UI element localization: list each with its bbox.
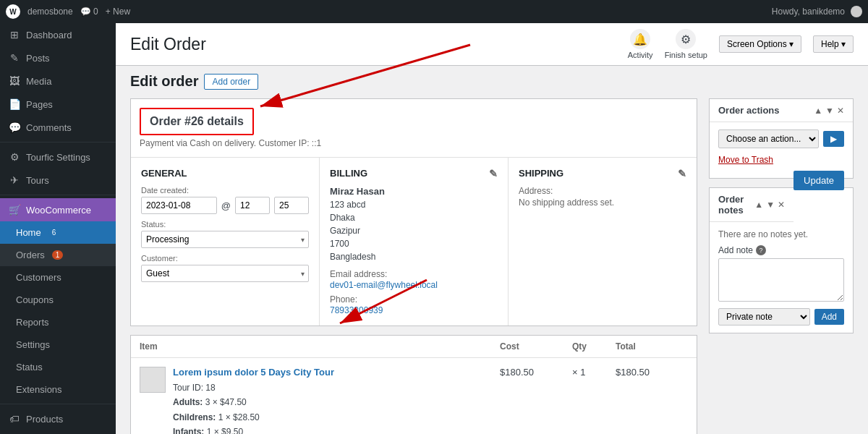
item-total: $180.50 — [616, 367, 688, 378]
sidebar-item-label: Coupons — [16, 294, 54, 305]
order-notes-box: Order notes ▲ ▼ ✕ There are no notes yet… — [709, 187, 854, 333]
add-order-button[interactable]: Add order — [204, 74, 258, 90]
tourfic-settings-icon: ⚙ — [9, 151, 20, 163]
add-note-textarea[interactable] — [718, 258, 844, 302]
sidebar-item-home[interactable]: Home 6 — [0, 221, 116, 244]
notes-close-icon[interactable]: ✕ — [778, 200, 785, 210]
sidebar-item-comments[interactable]: 💬 Comments — [0, 116, 116, 139]
general-section: General Date created: @ — [131, 158, 319, 326]
phone-label: Phone: — [330, 294, 498, 305]
item-name[interactable]: Lorem ipsum dolor 5 Days City Tour — [173, 367, 334, 378]
sidebar-item-analytics[interactable]: 📊 Analytics — [0, 430, 116, 434]
billing-email[interactable]: dev01-email@flywheel.local — [330, 280, 438, 290]
update-button[interactable]: Update — [793, 171, 844, 190]
collapse-up-icon[interactable]: ▲ — [814, 106, 822, 116]
shipping-title: Shipping ✎ — [519, 168, 686, 179]
adults-value: 3 × $47.50 — [205, 397, 247, 407]
time-hour-input[interactable] — [235, 197, 270, 214]
sidebar-item-products[interactable]: 🏷 Products — [0, 407, 116, 430]
screen-options-button[interactable]: Screen Options ▾ — [719, 35, 801, 53]
status-label: Status: — [141, 220, 309, 229]
add-note-help-icon[interactable]: ? — [756, 245, 766, 255]
orders-badge: 1 — [52, 250, 64, 260]
billing-edit-icon[interactable]: ✎ — [489, 168, 498, 179]
sidebar-item-label: Comments — [26, 122, 72, 133]
email-label: Email address: — [330, 269, 498, 279]
children-label: Childrens: — [173, 412, 216, 422]
sidebar-item-label: Settings — [16, 339, 50, 350]
order-items-header: Item Cost Qty Total — [131, 336, 697, 358]
sidebar-item-tourfic-settings[interactable]: ⚙ Tourfic Settings — [0, 145, 116, 169]
wp-logo[interactable]: W — [6, 4, 20, 19]
sidebar-item-label: Dashboard — [26, 30, 72, 41]
help-button[interactable]: Help ▾ — [813, 35, 854, 53]
order-page-title: Edit order — [130, 73, 198, 90]
shipping-address-value: No shipping address set. — [519, 197, 686, 208]
collapse-down-icon[interactable]: ▼ — [825, 106, 834, 116]
sidebar-item-orders[interactable]: Orders 1 — [0, 244, 116, 266]
sidebar-item-label: Orders — [16, 250, 45, 260]
pages-icon: 📄 — [9, 98, 20, 110]
order-notes-title: Order notes — [718, 194, 754, 216]
sidebar-item-reports[interactable]: Reports — [0, 311, 116, 333]
sidebar-item-woocommerce[interactable]: 🛒 WooCommerce — [0, 198, 116, 221]
finish-setup-button[interactable]: ⚙ Finish setup — [665, 29, 707, 59]
sidebar-item-label: Products — [26, 414, 63, 425]
date-input[interactable] — [141, 197, 217, 214]
action-go-button[interactable]: ▶ — [823, 131, 844, 147]
shipping-edit-icon[interactable]: ✎ — [678, 168, 686, 179]
at-symbol: @ — [221, 200, 231, 211]
comments-count[interactable]: 💬 0 — [80, 7, 98, 17]
billing-email-section: Email address: dev01-email@flywheel.loca… — [330, 269, 498, 290]
sidebar-item-media[interactable]: 🖼 Media — [0, 69, 116, 93]
sidebar-item-pages[interactable]: 📄 Pages — [0, 93, 116, 116]
add-note-button[interactable]: Add — [814, 309, 844, 325]
customer-field: Customer: Guest — [141, 254, 309, 282]
sidebar-item-extensions[interactable]: Extensions — [0, 378, 116, 401]
sidebar-item-label: Tours — [26, 175, 49, 186]
item-thumbnail — [140, 367, 166, 393]
item-qty: × 1 — [572, 367, 616, 378]
sidebar-item-tours[interactable]: ✈ Tours — [0, 169, 116, 192]
sidebar-item-status[interactable]: Status — [0, 356, 116, 378]
sidebar-item-posts[interactable]: ✎ Posts — [0, 46, 116, 69]
sidebar-item-label: Reports — [16, 317, 49, 328]
action-select[interactable]: Choose an action... — [718, 129, 819, 148]
order-actions-box: Order actions ▲ ▼ ✕ Choose an action... — [709, 98, 854, 179]
note-type-select[interactable]: Private note — [718, 308, 810, 326]
general-title: General — [141, 168, 309, 179]
close-icon[interactable]: ✕ — [837, 106, 844, 116]
sidebar-item-customers[interactable]: Customers — [0, 266, 116, 289]
sidebar-item-label: Home — [16, 227, 41, 238]
adults-label: Adults: — [173, 397, 203, 407]
billing-address: 123 abcd Dhaka Gazipur 1700 Bangladesh — [330, 198, 498, 263]
order-actions-header: Order actions ▲ ▼ ✕ — [710, 99, 853, 122]
order-item-row: Lorem ipsum dolor 5 Days City Tour Tour … — [131, 358, 697, 434]
notes-collapse-down-icon[interactable]: ▼ — [766, 200, 775, 210]
order-heading: Order #26 details — [150, 115, 244, 128]
sidebar-item-settings[interactable]: Settings — [0, 333, 116, 356]
status-select[interactable]: Processing — [141, 231, 309, 248]
sidebar-item-dashboard[interactable]: ⊞ Dashboard — [0, 23, 116, 46]
billing-title: Billing ✎ — [330, 168, 498, 179]
order-items-box: Item Cost Qty Total Lorem ipsum dolor 5 … — [130, 335, 697, 434]
notes-collapse-up-icon[interactable]: ▲ — [754, 200, 763, 210]
item-details: Lorem ipsum dolor 5 Days City Tour Tour … — [140, 367, 500, 434]
order-main: Order #26 details Payment via Cash on de… — [130, 98, 697, 434]
move-trash-link[interactable]: Move to Trash — [718, 155, 773, 165]
site-name[interactable]: demosbone — [27, 7, 73, 17]
sidebar-item-label: Customers — [16, 272, 61, 283]
item-meta: Tour ID: 18 Adults: 3 × $47.50 Childrens… — [173, 380, 334, 434]
customer-select[interactable]: Guest — [141, 265, 309, 282]
billing-phone[interactable]: 78933300939 — [330, 305, 383, 315]
time-min-input[interactable] — [274, 197, 309, 214]
new-link[interactable]: + New — [106, 7, 130, 17]
admin-bar: W demosbone 💬 0 + New Howdy, banikdemo — [0, 0, 868, 23]
add-note-label: Add note ? — [718, 245, 844, 255]
sidebar: ⊞ Dashboard ✎ Posts 🖼 Media 📄 Pages 💬 Co… — [0, 23, 116, 434]
sidebar-item-coupons[interactable]: Coupons — [0, 289, 116, 311]
order-area: Order #26 details Payment via Cash on de… — [116, 90, 868, 434]
dashboard-icon: ⊞ — [9, 29, 20, 41]
order-details-header: Order #26 details — [140, 108, 254, 135]
activity-button[interactable]: 🔔 Activity — [628, 29, 653, 59]
